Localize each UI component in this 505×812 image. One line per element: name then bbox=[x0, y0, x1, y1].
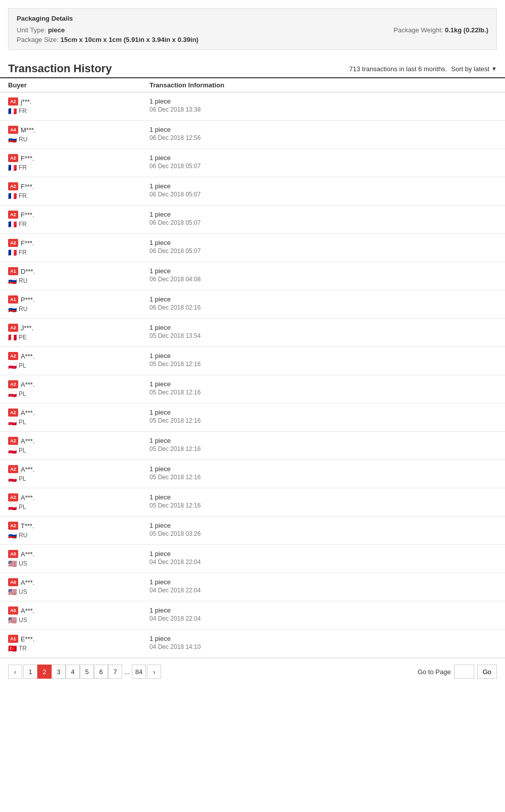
buyer-name-row: A2 A***. bbox=[8, 380, 149, 388]
buyer-info: A2 A***. PL bbox=[8, 465, 149, 483]
buyer-country: PL bbox=[19, 362, 26, 369]
page-number-button[interactable]: 6 bbox=[94, 665, 108, 679]
page-number-button[interactable]: 2 bbox=[37, 665, 52, 679]
buyer-badge: A2 bbox=[8, 239, 18, 247]
buyer-name-row: A2 T***. bbox=[8, 522, 149, 530]
next-page-button[interactable]: › bbox=[147, 665, 161, 679]
flag-icon bbox=[8, 220, 17, 228]
table-row: A0 A***. US 1 piece 04 Dec 2018 22:04 bbox=[0, 601, 505, 630]
buyer-name-row: A2 F***. bbox=[8, 211, 149, 219]
buyer-country-row: FR bbox=[8, 107, 149, 115]
table-row: A2 A***. PL 1 piece 05 Dec 2018 12:16 bbox=[0, 432, 505, 460]
buyer-name-row: A1 E***. bbox=[8, 635, 149, 643]
sort-by-button[interactable]: Sort by latest ▼ bbox=[451, 65, 497, 73]
page-number-button[interactable]: 7 bbox=[108, 665, 122, 679]
buyer-country-row: RU bbox=[8, 305, 149, 313]
goto-page-input[interactable] bbox=[454, 665, 474, 679]
buyer-name-row: A1 P***. bbox=[8, 295, 149, 303]
buyer-info: A2 A***. PL bbox=[8, 437, 149, 454]
buyer-name-row: A1 D***. bbox=[8, 267, 149, 275]
buyer-info: A2 A***. PL bbox=[8, 380, 149, 398]
buyer-name: A***. bbox=[21, 409, 34, 417]
transaction-qty: 1 piece bbox=[149, 635, 497, 642]
transaction-date: 05 Dec 2018 12:16 bbox=[149, 445, 497, 452]
page-number-button[interactable]: 84 bbox=[132, 665, 146, 679]
flag-icon bbox=[8, 531, 17, 539]
buyer-name: j***. bbox=[21, 98, 32, 106]
buyer-country: TR bbox=[19, 645, 27, 652]
buyer-name: A***. bbox=[21, 381, 34, 388]
buyer-badge: A0 bbox=[8, 606, 18, 615]
transaction-info: 1 piece 04 Dec 2018 22:04 bbox=[149, 606, 497, 622]
table-row: A2 A***. PL 1 piece 05 Dec 2018 12:16 bbox=[0, 403, 505, 432]
buyer-country: PL bbox=[19, 503, 26, 511]
transaction-info: 1 piece 05 Dec 2018 12:16 bbox=[149, 352, 497, 368]
buyer-name: A***. bbox=[21, 352, 34, 360]
buyer-info: A1 D***. RU bbox=[8, 267, 149, 285]
buyer-info: A0 A***. US bbox=[8, 550, 149, 568]
buyer-name: F***. bbox=[21, 239, 34, 247]
transaction-date: 05 Dec 2018 03:26 bbox=[149, 530, 497, 537]
goto-page-section: Go to Page Go bbox=[418, 665, 497, 679]
buyer-name-row: A2 A***. bbox=[8, 409, 149, 417]
buyer-name: M***. bbox=[21, 126, 36, 134]
buyer-badge: A2 bbox=[8, 409, 18, 417]
buyer-name-row: A2 J***. bbox=[8, 324, 149, 332]
buyer-info: A2 F***. FR bbox=[8, 239, 149, 257]
page-number-button[interactable]: 5 bbox=[80, 665, 94, 679]
package-weight-label: Package Weight: bbox=[393, 26, 443, 34]
prev-page-button[interactable]: ‹ bbox=[8, 665, 22, 679]
table-row: A2 T***. RU 1 piece 05 Dec 2018 03:26 bbox=[0, 517, 505, 545]
page-dots: ... bbox=[122, 668, 132, 676]
transaction-info: 1 piece 06 Dec 2018 13:38 bbox=[149, 97, 497, 113]
unit-type-label: Unit Type: bbox=[17, 26, 46, 34]
flag-icon bbox=[8, 560, 17, 568]
table-row: A1 P***. RU 1 piece 06 Dec 2018 02:16 bbox=[0, 290, 505, 319]
buyer-country-row: FR bbox=[8, 220, 149, 228]
page-number-button[interactable]: 1 bbox=[23, 665, 37, 679]
transaction-history-title: Transaction History bbox=[8, 62, 112, 75]
buyer-name-row: A4 M***. bbox=[8, 126, 149, 134]
buyer-badge: A2 bbox=[8, 465, 18, 473]
transaction-info: 1 piece 05 Dec 2018 12:16 bbox=[149, 380, 497, 396]
buyer-name: T***. bbox=[21, 522, 34, 530]
transaction-date: 05 Dec 2018 13:54 bbox=[149, 332, 497, 339]
transaction-qty: 1 piece bbox=[149, 126, 497, 133]
buyer-name-row: A2 A***. bbox=[8, 437, 149, 445]
buyer-badge: A2 bbox=[8, 522, 18, 530]
goto-page-go-button[interactable]: Go bbox=[477, 665, 497, 679]
buyer-country-row: TR bbox=[8, 644, 149, 652]
transaction-qty: 1 piece bbox=[149, 550, 497, 557]
buyer-country: RU bbox=[19, 277, 27, 284]
buyer-name-row: A2 A***. bbox=[8, 352, 149, 360]
buyer-name-row: A0 A***. bbox=[8, 606, 149, 615]
package-size-value: 15cm x 10cm x 1cm (5.91in x 3.94in x 0.3… bbox=[61, 36, 198, 43]
page-number-button[interactable]: 3 bbox=[52, 665, 66, 679]
transaction-date: 06 Dec 2018 04:08 bbox=[149, 276, 497, 283]
buyer-country-row: PL bbox=[8, 475, 149, 483]
buyer-country: PL bbox=[19, 390, 26, 397]
transaction-stats: 713 transactions in last 6 months. bbox=[349, 65, 447, 73]
buyer-country: RU bbox=[19, 306, 27, 313]
buyer-name-row: A2 F***. bbox=[8, 154, 149, 162]
sort-arrow-icon: ▼ bbox=[491, 66, 497, 72]
transaction-qty: 1 piece bbox=[149, 578, 497, 586]
transaction-info: 1 piece 06 Dec 2018 05:07 bbox=[149, 239, 497, 255]
table-header: Buyer Transaction Information bbox=[0, 78, 505, 92]
buyer-country: FR bbox=[19, 192, 27, 199]
buyer-name: D***. bbox=[21, 268, 35, 275]
buyer-country: US bbox=[19, 617, 27, 624]
buyer-info: A2 A***. PL bbox=[8, 493, 149, 511]
page-number-button[interactable]: 4 bbox=[66, 665, 80, 679]
col-transaction-header: Transaction Information bbox=[149, 81, 497, 89]
table-row: A2 A***. PL 1 piece 05 Dec 2018 12:16 bbox=[0, 347, 505, 375]
buyer-info: A2 F***. FR bbox=[8, 211, 149, 228]
transaction-info: 1 piece 06 Dec 2018 05:07 bbox=[149, 182, 497, 198]
buyer-country-row: US bbox=[8, 560, 149, 568]
buyer-country: PE bbox=[19, 334, 27, 341]
transaction-info: 1 piece 04 Dec 2018 14:10 bbox=[149, 635, 497, 650]
buyer-name: A***. bbox=[21, 579, 34, 586]
transaction-history-header: Transaction History 713 transactions in … bbox=[0, 58, 505, 78]
buyer-country: PL bbox=[19, 419, 26, 426]
buyer-country: US bbox=[19, 560, 27, 567]
